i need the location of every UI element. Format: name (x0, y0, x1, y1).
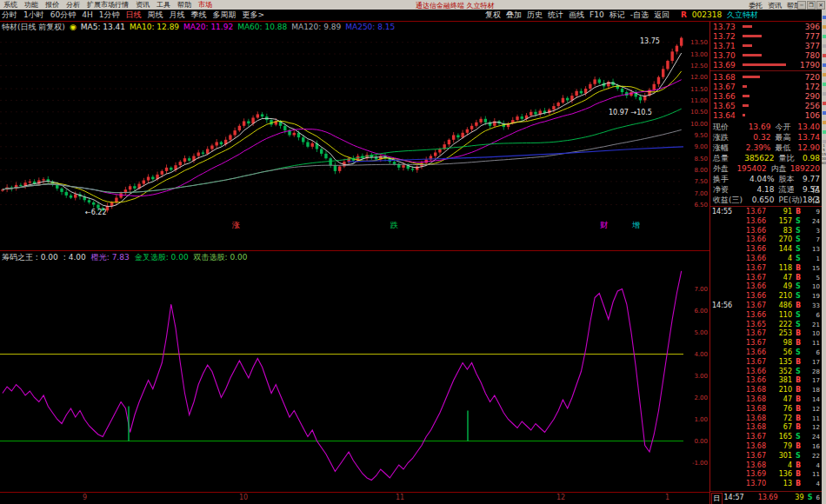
book-price: 13.73 (710, 23, 743, 31)
tick-time (710, 292, 738, 302)
order-book-row[interactable]: 13.72777 (710, 31, 822, 41)
period-tab-分时[interactable]: 分时 (2, 10, 17, 21)
tick-side-flag: B (792, 470, 804, 480)
toolbar-button-统计[interactable]: 统计 (548, 10, 563, 21)
period-tab-1小时[interactable]: 1小时 (23, 10, 44, 21)
month-label: 9 (83, 494, 87, 501)
strip-icon[interactable] (823, 83, 826, 86)
candlestick-chart[interactable]: 13.5013.0012.5012.0011.5011.0010.5010.00… (0, 31, 709, 250)
strip-icon[interactable] (823, 111, 826, 115)
menu-item[interactable]: 系统 (3, 1, 17, 9)
stock-identity: R 002318 久立特材 (681, 10, 758, 21)
tick-time (710, 217, 738, 227)
strip-icon[interactable] (823, 44, 826, 48)
order-book-row[interactable]: 13.691790 (710, 60, 822, 70)
tick-side-flag: B (792, 358, 804, 368)
tick-side-flag: S (792, 292, 804, 302)
tick-time (710, 442, 738, 452)
menu-item[interactable]: 扩展市场行情 (87, 1, 129, 9)
tick-time: 14:57 (723, 494, 750, 503)
pane-divider (0, 250, 709, 251)
order-book-row[interactable]: 13.70780 (710, 50, 822, 60)
toolbar-button-标记[interactable]: 标记 (610, 10, 625, 21)
order-book-row[interactable]: 13.66290 (710, 91, 822, 101)
menu-item[interactable]: 工具 (157, 1, 170, 9)
strip-icon[interactable] (823, 130, 826, 134)
quote-value: 0.650 (743, 195, 774, 205)
strip-icon[interactable] (823, 102, 826, 105)
quote-label: 量比 (775, 153, 803, 163)
strip-icon[interactable] (823, 35, 826, 38)
strip-icon[interactable] (823, 16, 826, 19)
toolbar-button-复权[interactable]: 复权 (485, 10, 501, 21)
order-book-row[interactable]: 13.67172 (710, 82, 822, 91)
strip-icon[interactable] (823, 54, 826, 57)
menu-item[interactable]: 报价 (45, 1, 59, 9)
indicator-chart[interactable]: 7.006.005.004.003.002.001.000.00-1.00 (0, 261, 709, 492)
period-tab-季线[interactable]: 季线 (190, 10, 206, 21)
menu-item[interactable]: 功能 (24, 1, 38, 9)
toolbar-button-历史[interactable]: 历史 (527, 10, 543, 21)
strip-icon[interactable] (823, 63, 826, 67)
period-tab-1分钟[interactable]: 1分钟 (99, 10, 120, 21)
svg-text:5.00: 5.00 (694, 329, 708, 336)
menu-item[interactable]: 分析 (66, 1, 80, 9)
ma-value: MA120: 9.89 (291, 23, 341, 31)
order-book-row[interactable]: 13.68720 (710, 72, 822, 82)
book-bar (743, 44, 792, 47)
strip-icon[interactable] (823, 92, 826, 96)
strip-icon[interactable] (823, 121, 826, 124)
menu-item[interactable]: 资讯 (136, 1, 150, 9)
menu-item[interactable]: 帮助 (177, 1, 191, 9)
tick-count: 11 (804, 339, 822, 348)
period-tab-更多>[interactable]: 更多> (242, 10, 264, 21)
period-tab-60分钟[interactable]: 60分钟 (50, 10, 76, 21)
order-book-row[interactable]: 13.71377 (710, 41, 822, 50)
order-book-row[interactable]: 13.65256 (710, 101, 822, 110)
tick-row: 13.67253B10 (710, 329, 822, 339)
quote-label: 涨幅 (710, 143, 741, 153)
toolbar-button-F10[interactable]: F10 (590, 10, 604, 21)
close-button[interactable]: ✕ (816, 1, 825, 10)
time-axis: 91011121 (0, 494, 709, 504)
toolbar-button-返回[interactable]: 返回 (654, 10, 669, 21)
strip-period-label[interactable]: 60 (822, 161, 826, 165)
restore-button[interactable]: ❐ (807, 1, 816, 10)
menu-item-market-promo[interactable]: 市场 (198, 0, 212, 10)
tick-price: 13.66 (738, 227, 766, 236)
quote-label: 最高 (770, 132, 797, 143)
svg-text:11.50: 11.50 (690, 86, 708, 93)
toolbar-button-叠加[interactable]: 叠加 (506, 10, 522, 21)
period-tab-周线[interactable]: 周线 (147, 10, 163, 21)
tick-volume: 49 (766, 282, 792, 292)
period-tab-日线[interactable]: 日线 (125, 10, 141, 21)
book-bar-fill (743, 114, 745, 116)
month-label: 10 (239, 494, 248, 501)
period-tab-4H[interactable]: 4H (82, 10, 93, 21)
tick-count: 4 (804, 461, 822, 471)
order-book-row[interactable]: 13.73396 (710, 22, 822, 31)
quote-value: 13.74 (797, 132, 822, 143)
tick-count: 9 (804, 208, 822, 217)
quote-value: 195402 (736, 163, 766, 174)
order-book-row[interactable]: 13.64106 (710, 110, 822, 120)
minimize-button[interactable]: ─ (797, 1, 806, 10)
main-chart-header: 特材(日线 前复权)◉MA5: 13.41MA10: 12.89MA20: 11… (2, 22, 683, 31)
indicator-dot-icon[interactable]: ◉ (70, 23, 77, 31)
period-tab-多周期[interactable]: 多周期 (212, 10, 236, 21)
strip-icon[interactable] (823, 73, 826, 76)
toolbar-button-画线[interactable]: 画线 (569, 10, 584, 21)
strip-icon[interactable] (823, 25, 826, 29)
toolbar-button--自选[interactable]: -自选 (630, 10, 649, 21)
tick-volume: 110 (766, 311, 792, 321)
period-tab-月线[interactable]: 月线 (169, 10, 184, 21)
tick-count: 6 (804, 348, 822, 358)
tick-volume: 270 (766, 235, 792, 245)
tick-time (710, 348, 738, 358)
period-indicator[interactable]: 日线 (711, 493, 723, 504)
quote-value: 0.98 (803, 153, 822, 163)
tick-row: 13.67165S24 (710, 433, 822, 442)
tick-count: 22 (804, 452, 822, 461)
tick-count: 19 (804, 292, 822, 302)
svg-text:7.50: 7.50 (694, 178, 708, 185)
